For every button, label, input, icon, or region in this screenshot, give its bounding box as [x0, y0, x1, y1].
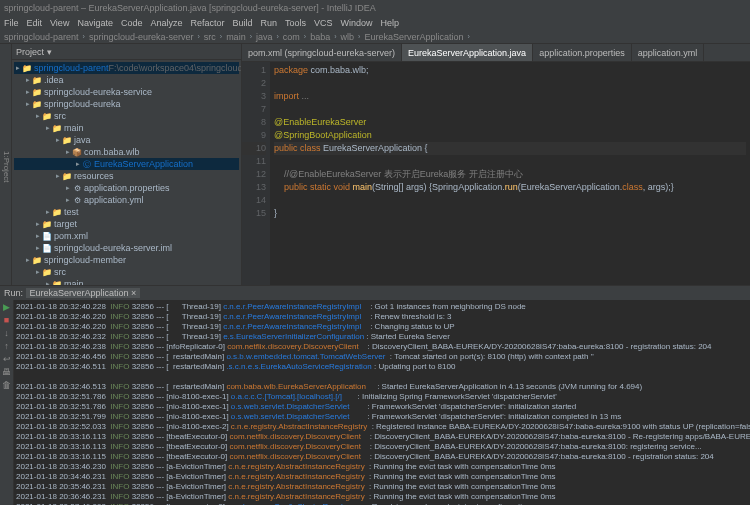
rerun-icon[interactable]: ▶	[2, 302, 12, 312]
menu-tools[interactable]: Tools	[285, 18, 306, 28]
project-tool-tab[interactable]: 1:Project	[2, 151, 11, 183]
window-titlebar: springcloud-parent – EurekaServerApplica…	[0, 0, 750, 16]
left-toolwindow-stripe[interactable]: 1:Project	[0, 44, 12, 285]
tree-item[interactable]: ▸📁.idea	[14, 74, 239, 86]
run-toolbar: ▶ ■ ↓ ↑ ↩ 🖶 🗑	[0, 300, 14, 505]
wrap-icon[interactable]: ↩	[2, 354, 12, 364]
tree-item[interactable]: ▸📁src	[14, 266, 239, 278]
tree-item[interactable]: ▸📄springcloud-eureka-server.iml	[14, 242, 239, 254]
menu-file[interactable]: File	[4, 18, 19, 28]
menu-build[interactable]: Build	[232, 18, 252, 28]
breadcrumb-item[interactable]: springcloud-parent	[4, 32, 79, 42]
code-content[interactable]: package com.baba.wlb; import ... @Enable…	[270, 62, 750, 285]
menu-window[interactable]: Window	[341, 18, 373, 28]
breadcrumb-item[interactable]: baba	[310, 32, 330, 42]
breadcrumb-item[interactable]: java	[256, 32, 273, 42]
tree-item[interactable]: ▸⚙application.yml	[14, 194, 239, 206]
project-tree[interactable]: ▸📁springcloud-parent F:\code\workspace04…	[12, 60, 241, 285]
menu-run[interactable]: Run	[261, 18, 278, 28]
tree-item[interactable]: ▸ⒸEurekaServerApplication	[14, 158, 239, 170]
menu-help[interactable]: Help	[381, 18, 400, 28]
menu-analyze[interactable]: Analyze	[150, 18, 182, 28]
tree-item[interactable]: ▸⚙application.properties	[14, 182, 239, 194]
run-panel: Run: EurekaServerApplication × ▶ ■ ↓ ↑ ↩…	[0, 285, 750, 505]
run-label: Run:	[4, 288, 23, 298]
project-panel: Project ▾ ▸📁springcloud-parent F:\code\w…	[12, 44, 242, 285]
up-icon[interactable]: ↑	[2, 341, 12, 351]
breadcrumb-item[interactable]: springcloud-eureka-server	[89, 32, 194, 42]
tree-item[interactable]: ▸📁test	[14, 206, 239, 218]
editor-tab[interactable]: EurekaServerApplication.java	[402, 44, 533, 61]
tree-item[interactable]: ▸📄pom.xml	[14, 230, 239, 242]
down-icon[interactable]: ↓	[2, 328, 12, 338]
run-panel-header[interactable]: Run: EurekaServerApplication ×	[0, 286, 750, 300]
project-panel-header[interactable]: Project ▾	[12, 44, 241, 60]
breadcrumb: springcloud-parent›springcloud-eureka-se…	[0, 30, 750, 44]
tree-item[interactable]: ▸📁main	[14, 122, 239, 134]
breadcrumb-item[interactable]: com	[283, 32, 300, 42]
run-config-tab[interactable]: EurekaServerApplication ×	[26, 288, 141, 298]
tree-item[interactable]: ▸📦com.baba.wlb	[14, 146, 239, 158]
tree-item[interactable]: ▸📁springcloud-eureka-service	[14, 86, 239, 98]
breadcrumb-item[interactable]: wlb	[341, 32, 355, 42]
tree-item[interactable]: ▸📁src	[14, 110, 239, 122]
tree-item[interactable]: ▸📁springcloud-eureka	[14, 98, 239, 110]
tree-item[interactable]: ▸📁springcloud-parent F:\code\workspace04…	[14, 62, 239, 74]
menu-edit[interactable]: Edit	[27, 18, 43, 28]
tree-item[interactable]: ▸📁resources	[14, 170, 239, 182]
breadcrumb-item[interactable]: main	[226, 32, 246, 42]
main-menu: FileEditViewNavigateCodeAnalyzeRefactorB…	[0, 16, 750, 30]
menu-code[interactable]: Code	[121, 18, 143, 28]
console-output[interactable]: 2021-01-18 20:32:40.228 INFO 32856 --- […	[14, 300, 750, 505]
menu-vcs[interactable]: VCS	[314, 18, 333, 28]
menu-navigate[interactable]: Navigate	[77, 18, 113, 28]
editor-tabs: pom.xml (springcloud-eureka-server)Eurek…	[242, 44, 750, 62]
menu-refactor[interactable]: Refactor	[190, 18, 224, 28]
editor-tab[interactable]: application.properties	[533, 44, 632, 61]
print-icon[interactable]: 🖶	[2, 367, 12, 377]
tree-item[interactable]: ▸📁target	[14, 218, 239, 230]
menu-view[interactable]: View	[50, 18, 69, 28]
stop-icon[interactable]: ■	[2, 315, 12, 325]
editor-gutter: 123789101112131415	[242, 62, 270, 285]
breadcrumb-item[interactable]: src	[204, 32, 216, 42]
breadcrumb-item[interactable]: EurekaServerApplication	[364, 32, 463, 42]
editor-area: pom.xml (springcloud-eureka-server)Eurek…	[242, 44, 750, 285]
code-editor[interactable]: 123789101112131415 package com.baba.wlb;…	[242, 62, 750, 285]
tree-item[interactable]: ▸📁main	[14, 278, 239, 285]
tree-item[interactable]: ▸📁springcloud-member	[14, 254, 239, 266]
tree-item[interactable]: ▸📁java	[14, 134, 239, 146]
trash-icon[interactable]: 🗑	[2, 380, 12, 390]
editor-tab[interactable]: application.yml	[632, 44, 705, 61]
editor-tab[interactable]: pom.xml (springcloud-eureka-server)	[242, 44, 402, 61]
